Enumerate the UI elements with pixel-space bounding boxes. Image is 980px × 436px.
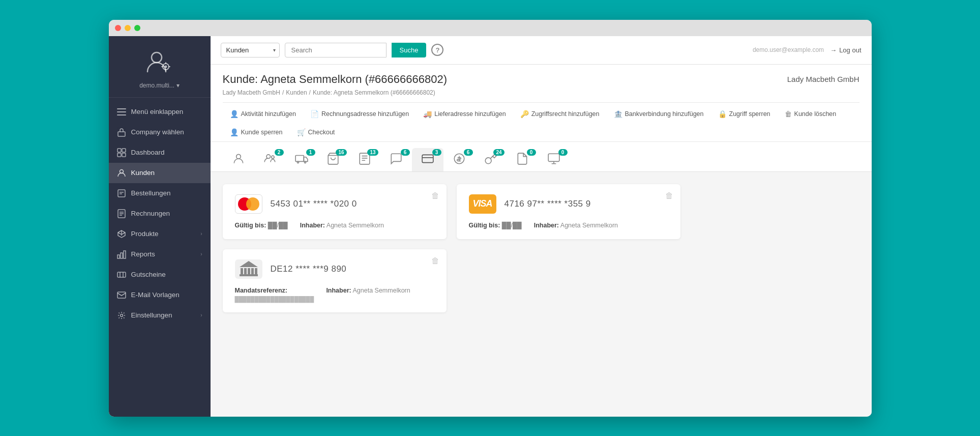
tab-badge-zugriffsrechte: 24 — [493, 149, 504, 156]
action-bar: 👤 Aktivität hinzufügen 📄 Rechnungsadress… — [223, 102, 859, 141]
billing-icon: 📄 — [310, 110, 319, 118]
nav-label-kunden: Kunden — [131, 169, 155, 177]
action-label-4: Bankverbindung hinzufügen — [625, 110, 704, 118]
bank-mandate: Mandatsreferenz: ████████████████████ — [235, 287, 314, 302]
bank-holder-value: Agneta Semmelkorn — [352, 287, 410, 294]
action-add-access[interactable]: 🔑 Zugriffsrecht hinzufügen — [513, 105, 607, 123]
products-icon — [117, 229, 126, 239]
help-button[interactable]: ? — [431, 44, 443, 56]
bank-icon: 🏦 — [614, 110, 622, 118]
tab-geraete[interactable]: 0 — [538, 148, 570, 171]
nav-label-collapse: Menü einklappen — [131, 108, 184, 115]
action-add-bank[interactable]: 🏦 Bankverbindung hinzufügen — [607, 105, 711, 123]
app-window: demo.multi... ▾ Menü einklappen Company … — [109, 20, 872, 417]
tab-profil[interactable] — [223, 148, 254, 171]
svg-rect-12 — [122, 149, 126, 152]
tab-dokumente[interactable]: 0 — [507, 148, 538, 171]
sidebar-item-bestellungen[interactable]: Bestellungen — [109, 183, 211, 204]
svg-point-26 — [271, 156, 274, 158]
user-gear-icon — [145, 48, 174, 77]
delete-bank-button[interactable]: 🗑 — [431, 256, 439, 266]
sidebar-item-dashboard[interactable]: Dashboard — [109, 142, 211, 163]
sidebar-item-gutscheine[interactable]: Gutscheine — [109, 265, 211, 285]
svg-rect-11 — [117, 149, 121, 152]
svg-rect-19 — [121, 253, 123, 258]
sidebar-item-kunden[interactable]: Kunden — [109, 163, 211, 183]
shipping-icon: 🚚 — [423, 110, 432, 118]
action-label-3: Zugriffsrecht hinzufügen — [531, 110, 600, 118]
tab-zahlung[interactable]: 3 — [412, 148, 443, 171]
main-content: Kunden Bestellungen Rechnungen ▾ Suche ?… — [211, 36, 872, 417]
bank-number: DE12 **** ***9 890 — [271, 264, 347, 274]
action-label-0: Aktivität hinzufügen — [241, 110, 296, 118]
sidebar-item-company[interactable]: Company wählen — [109, 122, 211, 142]
tab-badge-geraete: 0 — [558, 149, 568, 156]
tab-lieferung[interactable]: 1 — [286, 148, 317, 171]
close-dot[interactable] — [115, 25, 121, 31]
nav-label-gutscheine: Gutscheine — [131, 271, 166, 278]
visa-valid-label: Gültig bis: — [469, 222, 500, 229]
action-delete-customer[interactable]: 🗑 Kunde löschen — [778, 105, 844, 123]
invoice-icon — [117, 209, 126, 218]
search-category-select-wrap: Kunden Bestellungen Rechnungen ▾ — [221, 43, 280, 57]
action-lock-customer[interactable]: 👤 Kunde sperren — [223, 123, 290, 141]
sidebar-item-email[interactable]: E-Mail Vorlagen — [109, 285, 211, 305]
tab-bestellungen[interactable]: 16 — [317, 148, 349, 171]
search-input[interactable] — [285, 43, 387, 57]
block-icon: 🔒 — [718, 110, 727, 118]
tab-badge-lieferung: 1 — [306, 149, 315, 156]
menu-icon — [117, 107, 126, 117]
logout-button[interactable]: → Log out — [830, 46, 861, 54]
delete-visa-button[interactable]: 🗑 — [665, 191, 673, 200]
sidebar-user[interactable]: demo.multi... ▾ — [139, 82, 180, 89]
sidebar-item-reports[interactable]: Reports › — [109, 244, 211, 265]
svg-rect-39 — [251, 268, 254, 274]
bank-holder: Inhaber: Agneta Semmelkorn — [326, 287, 410, 302]
svg-rect-22 — [117, 292, 126, 298]
tab-guthaben[interactable]: 6 — [443, 148, 475, 171]
visa-text: VISA — [472, 198, 492, 209]
topbar: Kunden Bestellungen Rechnungen ▾ Suche ?… — [211, 36, 872, 65]
email-icon — [117, 290, 126, 300]
breadcrumb-part-1[interactable]: Lady Macbeth GmbH — [223, 89, 280, 96]
nav-label-dashboard: Dashboard — [131, 149, 165, 156]
search-button[interactable]: Suche — [392, 43, 427, 57]
kunden-icon — [117, 168, 126, 178]
sidebar-username: demo.multi... — [139, 82, 174, 89]
action-label-6: Kunde löschen — [794, 110, 837, 118]
action-checkout[interactable]: 🛒 Checkout — [290, 123, 342, 141]
mastercard-footer: Gültig bis: ██/██ Inhaber: Agneta Semmel… — [235, 222, 434, 229]
breadcrumb-part-2[interactable]: Kunden — [286, 89, 307, 96]
einstellungen-arrow-icon: › — [200, 312, 202, 318]
bank-building-icon — [239, 260, 259, 278]
search-category-select[interactable]: Kunden Bestellungen Rechnungen — [221, 43, 280, 57]
tab-rechnungen[interactable]: 13 — [349, 148, 380, 171]
sidebar-item-produkte[interactable]: Produkte › — [109, 224, 211, 244]
breadcrumb-sep-2: / — [309, 89, 311, 96]
tab-badge-rechnungen: 13 — [367, 149, 378, 156]
action-add-activity[interactable]: 👤 Aktivität hinzufügen — [223, 105, 303, 123]
action-block-access[interactable]: 🔒 Zugriff sperren — [711, 105, 778, 123]
sidebar-item-collapse[interactable]: Menü einklappen — [109, 102, 211, 122]
tab-badge-dokumente: 0 — [527, 149, 536, 156]
tab-badge-bestellungen: 16 — [336, 149, 346, 156]
maximize-dot[interactable] — [134, 25, 140, 31]
sidebar-item-rechnungen[interactable]: Rechnungen — [109, 204, 211, 224]
minimize-dot[interactable] — [125, 25, 131, 31]
delete-icon: 🗑 — [785, 110, 792, 118]
tab-zugriffsrechte[interactable]: 24 — [475, 148, 507, 171]
svg-rect-42 — [240, 274, 258, 276]
delete-mastercard-button[interactable]: 🗑 — [431, 191, 439, 200]
svg-rect-40 — [255, 268, 257, 274]
action-add-billing[interactable]: 📄 Rechnungsadresse hinzufügen — [303, 105, 416, 123]
bank-holder-label: Inhaber: — [326, 287, 351, 294]
tab-nachrichten[interactable]: 6 — [380, 148, 412, 171]
action-add-shipping[interactable]: 🚚 Lieferadresse hinzufügen — [416, 105, 513, 123]
svg-rect-13 — [117, 153, 121, 157]
bank-mandate-value: ████████████████████ — [235, 296, 314, 302]
tab-kontakte[interactable]: 2 — [254, 148, 286, 171]
page-title: Kunde: Agneta Semmelkorn (#66666666802) — [223, 73, 448, 86]
breadcrumb-part-3: Kunde: Agneta Semmelkorn (#66666666802) — [313, 89, 435, 96]
sidebar-item-einstellungen[interactable]: Einstellungen › — [109, 305, 211, 326]
settings-icon — [117, 311, 126, 320]
